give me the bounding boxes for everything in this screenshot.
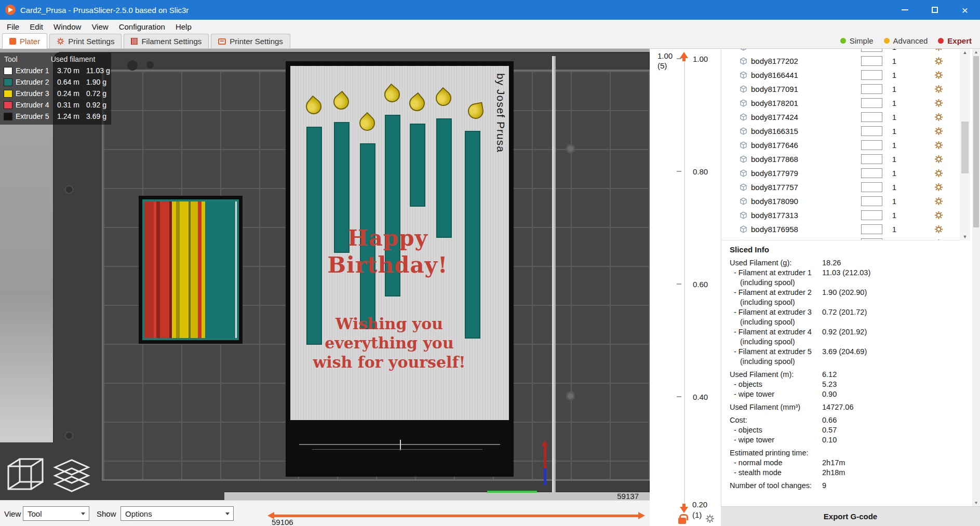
object-settings-gear-icon[interactable] — [934, 99, 943, 107]
sliced-info-title: Sliced Info — [730, 245, 970, 254]
object-list-row[interactable]: body8177646 1 — [721, 138, 960, 152]
object-list-row[interactable]: body8177868 1 — [721, 152, 960, 166]
extruder-field[interactable] — [861, 70, 882, 80]
object-cube-icon — [739, 57, 748, 65]
wipe-tower-object[interactable] — [139, 196, 243, 344]
export-gcode-button[interactable]: Export G-code — [721, 506, 980, 526]
menu-item[interactable]: Help — [170, 22, 197, 31]
scrollbar-thumb[interactable] — [961, 122, 969, 173]
menu-item[interactable]: Window — [48, 22, 86, 31]
object-settings-gear-icon[interactable] — [934, 141, 943, 150]
extruder-field[interactable] — [861, 210, 882, 220]
info-value: 18.26 — [822, 258, 841, 268]
view-dropdown[interactable]: Tool — [23, 506, 89, 521]
tab-print-settings[interactable]: Print Settings — [49, 34, 122, 48]
layer-tick: 1.00 — [677, 54, 708, 63]
extruder-field[interactable] — [861, 196, 882, 206]
menu-item[interactable]: File — [2, 22, 24, 31]
extruder-number: 1 — [887, 155, 902, 164]
menu-item[interactable]: Edit — [24, 22, 48, 31]
extruder-field[interactable] — [861, 49, 882, 52]
object-settings-gear-icon[interactable] — [934, 71, 943, 79]
extruder-field[interactable] — [861, 140, 882, 150]
scroll-up-icon[interactable]: ▲ — [960, 50, 970, 55]
axis-indicator-z — [544, 446, 546, 468]
object-settings-gear-icon[interactable] — [934, 85, 943, 93]
close-button[interactable]: × — [950, 0, 980, 20]
extruder-field[interactable] — [861, 126, 882, 136]
object-settings-gear-icon[interactable] — [934, 127, 943, 136]
object-settings-gear-icon[interactable] — [934, 225, 943, 234]
slider-right-arrow-icon[interactable] — [638, 512, 645, 519]
show-dropdown[interactable]: Options — [120, 506, 234, 521]
3d-viewport[interactable]: Happy Birthday! Wishing you everything y… — [0, 49, 650, 500]
mode-advanced[interactable]: Advanced — [884, 36, 928, 45]
scroll-up-icon[interactable]: ▲ — [972, 50, 980, 55]
maximize-button[interactable] — [920, 0, 950, 20]
object-settings-gear-icon[interactable] — [934, 155, 943, 164]
minimize-button[interactable] — [890, 0, 920, 20]
tab-filament-settings[interactable]: Filament Settings — [124, 34, 209, 48]
object-list-row[interactable]: body8177313 1 — [721, 208, 960, 222]
object-list-row[interactable]: body8166315 1 — [721, 124, 960, 138]
extruder-field[interactable] — [861, 224, 882, 234]
extruder-field[interactable] — [861, 238, 882, 240]
object-list-row[interactable]: body8177424 1 — [721, 110, 960, 124]
object-list-row[interactable]: body8176958 1 — [721, 222, 960, 236]
info-value: 3.69 (204.69) — [822, 347, 867, 357]
object-list: 1 body8177202 1 body8166441 1 body8 — [721, 49, 960, 240]
close-icon: × — [962, 5, 968, 16]
info-label: - Filament at extruder 4 — [730, 327, 822, 337]
object-list-row[interactable]: body8177091 1 — [721, 82, 960, 96]
panel-scrollbar[interactable]: ▲ ▼ — [972, 49, 980, 506]
object-settings-gear-icon[interactable] — [934, 113, 943, 122]
layer-slider-lower-handle[interactable] — [680, 504, 688, 513]
view-dropdown-value: Tool — [28, 509, 42, 518]
object-settings-gear-icon[interactable] — [934, 197, 943, 206]
object-list-row[interactable]: body8177979 1 — [721, 166, 960, 180]
object-settings-gear-icon[interactable] — [934, 183, 943, 192]
extruder-name: Extruder 2 — [16, 78, 57, 86]
object-list-scrollbar[interactable]: ▲ ▼ — [960, 49, 970, 240]
mode-simple[interactable]: Simple — [840, 36, 874, 45]
extruder-field[interactable] — [861, 154, 882, 164]
scroll-down-icon[interactable]: ▼ — [960, 234, 970, 239]
object-list-row[interactable]: body8178090 1 — [721, 194, 960, 208]
object-list-row[interactable]: body8177535 1 — [721, 236, 960, 240]
slider-settings-gear-icon[interactable] — [705, 514, 715, 523]
extruder-field[interactable] — [861, 84, 882, 94]
extruder-field[interactable] — [861, 112, 882, 122]
object-cube-icon — [739, 239, 748, 240]
extruder-color-swatch — [4, 113, 12, 120]
info-label: Cost: — [730, 415, 822, 425]
scrollbar-thumb[interactable] — [973, 56, 979, 227]
object-settings-gear-icon[interactable] — [934, 239, 943, 240]
object-list-row[interactable]: body8166441 1 — [721, 68, 960, 82]
extruder-field[interactable] — [861, 168, 882, 178]
extruder-field[interactable] — [861, 98, 882, 108]
object-settings-gear-icon[interactable] — [934, 49, 943, 51]
scroll-down-icon[interactable]: ▼ — [972, 501, 980, 505]
extruder-field[interactable] — [861, 56, 882, 66]
object-list-row[interactable]: body8177202 1 — [721, 54, 960, 68]
tab-printer-settings[interactable]: Printer Settings — [211, 34, 290, 48]
menu-item[interactable]: View — [86, 22, 113, 31]
object-list-row[interactable]: body8178201 1 — [721, 96, 960, 110]
3d-view-icon[interactable] — [4, 455, 48, 494]
horizontal-move-slider[interactable] — [267, 512, 645, 519]
slider-track[interactable] — [274, 515, 639, 517]
object-settings-gear-icon[interactable] — [934, 57, 943, 65]
birthday-card-object[interactable]: Happy Birthday! Wishing you everything y… — [286, 61, 514, 477]
object-settings-gear-icon[interactable] — [934, 169, 943, 178]
object-settings-gear-icon[interactable] — [934, 211, 943, 220]
lock-icon[interactable] — [678, 518, 686, 524]
object-list-row[interactable]: body8177757 1 — [721, 180, 960, 194]
prusaslicer-logo-icon — [5, 5, 16, 15]
object-list-row[interactable]: 1 — [721, 49, 960, 54]
layers-view-icon[interactable] — [50, 455, 93, 494]
menu-item[interactable]: Configuration — [114, 22, 170, 31]
tab-plater[interactable]: Plater — [2, 33, 47, 49]
mode-expert[interactable]: Expert — [938, 36, 972, 45]
extruder-field[interactable] — [861, 182, 882, 192]
object-cube-icon — [739, 211, 748, 220]
